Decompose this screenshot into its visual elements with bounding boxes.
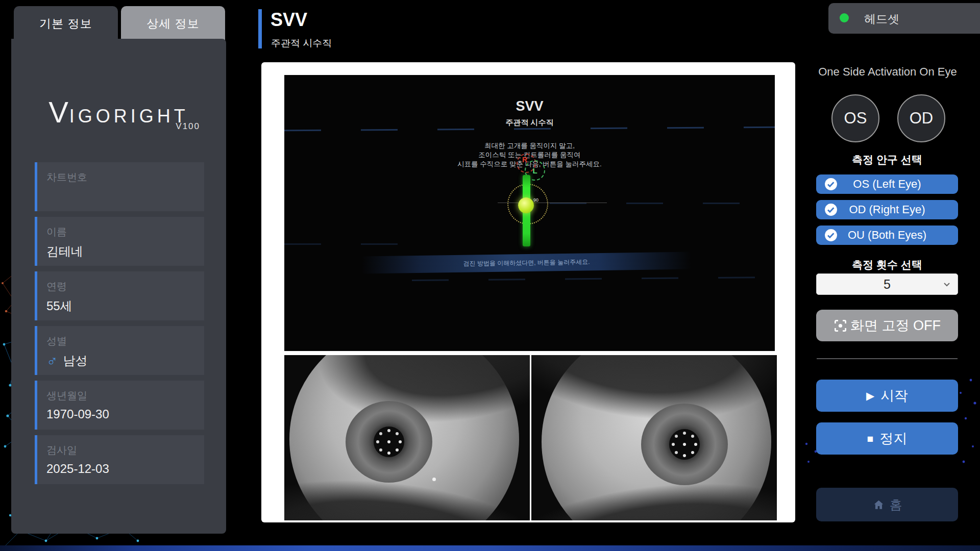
field-value: 55세 [46, 298, 72, 314]
tab-detail-info[interactable]: 상세 정보 [121, 6, 225, 41]
vr-bottom-message: 검진 방법을 이해하셨다면, 버튼을 눌러주세요. [463, 258, 590, 267]
eye-select-title: 측정 안구 선택 [816, 153, 958, 167]
chevron-down-icon [942, 280, 951, 289]
field-label: 검사일 [46, 443, 77, 457]
count-select-title: 측정 횟수 선택 [816, 258, 958, 272]
field-age[interactable]: 연령 55세 [35, 271, 204, 320]
play-icon: ▶ [866, 389, 874, 403]
ir-led-reflections [683, 443, 686, 446]
eye-option-label: OD (Right Eye) [849, 203, 925, 216]
field-gender[interactable]: 성별 ♂ 남성 [35, 326, 204, 375]
pupil [374, 427, 404, 457]
screen-lock-toggle-button[interactable]: 화면 고정 OFF [816, 310, 958, 341]
headset-status-dot [840, 13, 849, 22]
field-chart-number[interactable]: 차트번호 [35, 162, 204, 211]
measure-count-select[interactable]: 5 [816, 273, 958, 295]
eye-option-od-button[interactable]: OD (Right Eye) [816, 200, 958, 219]
check-icon [824, 178, 838, 191]
start-label: 시작 [880, 387, 908, 405]
vr-instruction-line: 최대한 고개를 움직이지 말고, [284, 141, 775, 151]
right-eye-marker: R [522, 156, 527, 164]
measure-count-value: 5 [884, 277, 891, 292]
activation-title: One Side Activation On Eye [815, 65, 961, 79]
panel-divider [817, 358, 958, 359]
screen-focus-icon [834, 319, 847, 333]
od-circle-label: OD [910, 109, 934, 128]
field-birthdate[interactable]: 생년월일 1970-09-30 [35, 381, 204, 430]
headset-label: 헤드셋 [864, 11, 899, 27]
field-value: 김테네 [46, 243, 83, 260]
svv-center-ball [518, 197, 534, 213]
vr-dashed-guideline [284, 243, 437, 245]
vr-scene-subtitle: 주관적 시수직 [284, 118, 775, 128]
logo-model: V100 [11, 121, 200, 132]
eye-camera-right [531, 355, 777, 520]
field-value: 1970-09-30 [46, 407, 109, 421]
app-window: 기본 정보 상세 정보 VIGORIGHT V100 차트번호 이름 김테네 연… [0, 0, 980, 551]
check-icon [824, 229, 838, 242]
tab-basic-info[interactable]: 기본 정보 [14, 6, 118, 41]
field-value: ♂ 남성 [46, 353, 88, 369]
gender-value: 남성 [63, 353, 88, 369]
field-label: 성별 [46, 334, 67, 348]
vr-scene-view: SVV 주관적 시수직 최대한 고개를 움직이지 말고, 조이스틱 또는 컨트롤… [284, 75, 775, 351]
os-circle-label: OS [844, 109, 867, 128]
vr-bottom-message-bar: 검진 방법을 이해하셨다면, 버튼을 눌러주세요. [362, 252, 691, 273]
header-accent-bar [258, 9, 262, 48]
stop-label: 정지 [879, 430, 907, 448]
screen-lock-label: 화면 고정 OFF [850, 316, 941, 335]
home-button[interactable]: 홈 [816, 488, 958, 521]
male-icon: ♂ [46, 355, 58, 367]
field-value: 2025-12-03 [46, 462, 109, 476]
field-exam-date[interactable]: 검사일 2025-12-03 [35, 435, 204, 484]
eye-option-label: OU (Both Eyes) [848, 229, 926, 242]
page-subtitle: 주관적 시수직 [271, 37, 332, 50]
field-label: 이름 [46, 225, 67, 239]
field-label: 연령 [46, 280, 67, 293]
stop-button[interactable]: ■ 정지 [816, 422, 958, 455]
eye-camera-left [284, 355, 530, 520]
vr-scene-title: SVV [284, 98, 775, 114]
os-activation-button[interactable]: OS [831, 94, 879, 142]
camera-highlight-dot [432, 478, 436, 481]
eye-option-ou-button[interactable]: OU (Both Eyes) [816, 226, 958, 245]
headset-status-box [828, 3, 980, 34]
od-activation-button[interactable]: OD [897, 94, 945, 142]
vr-dashed-guideline [412, 277, 775, 281]
field-name[interactable]: 이름 김테네 [35, 217, 204, 266]
start-button[interactable]: ▶ 시작 [816, 380, 958, 412]
bottom-accent-strip [0, 545, 980, 551]
left-eye-marker: L [532, 166, 537, 175]
home-icon [872, 498, 885, 511]
pupil [669, 429, 700, 460]
check-icon [824, 203, 838, 216]
stop-icon: ■ [867, 432, 874, 445]
ir-led-reflections [387, 440, 390, 443]
field-label: 생년월일 [46, 389, 87, 403]
eye-option-label: OS (Left Eye) [853, 178, 921, 191]
home-label: 홈 [890, 496, 902, 513]
page-title: SVV [271, 9, 307, 31]
field-label: 차트번호 [46, 170, 87, 184]
vr-angle-label: 90 [533, 197, 538, 203]
eye-option-os-button[interactable]: OS (Left Eye) [816, 174, 958, 194]
